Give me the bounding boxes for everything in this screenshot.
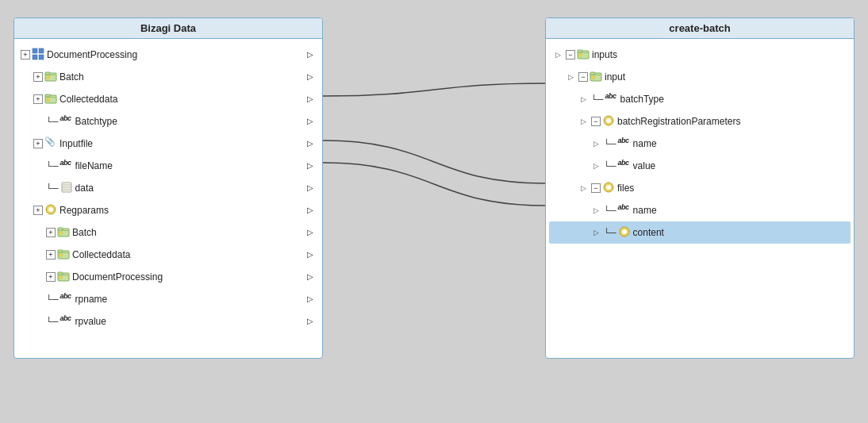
expand-icon[interactable]: + <box>46 250 56 260</box>
svg-rect-27 <box>58 272 63 275</box>
list-item[interactable]: └─ abc rpname ▷ <box>17 288 319 310</box>
item-label: Batch <box>72 227 305 238</box>
svg-rect-25 <box>60 254 62 256</box>
item-label: value <box>633 160 847 171</box>
expand-icon[interactable]: + <box>33 206 43 215</box>
left-panel-header: Bizagi Data <box>14 18 322 39</box>
tree-dashes: └─ <box>46 117 59 126</box>
row-arrow[interactable]: ▷ <box>305 228 316 236</box>
item-label: Inputfile <box>60 138 305 149</box>
left-arrow: ▷ <box>578 117 589 125</box>
svg-rect-6 <box>46 75 56 75</box>
list-item[interactable]: ▷ − input <box>549 66 851 88</box>
abc-icon: abc <box>618 203 631 216</box>
abc-icon: abc <box>618 159 631 171</box>
expand-icon[interactable]: − <box>578 72 588 82</box>
svg-point-41 <box>606 185 611 190</box>
list-item[interactable]: └─ abc Batchtype ▷ <box>17 110 319 133</box>
svg-rect-7 <box>47 76 49 79</box>
folder-icon <box>57 225 70 238</box>
row-arrow[interactable]: ▷ <box>305 183 316 192</box>
expand-icon[interactable]: − <box>591 117 601 126</box>
row-arrow[interactable]: ▷ <box>305 161 316 170</box>
item-label: batchType <box>620 94 847 105</box>
svg-point-43 <box>622 229 627 234</box>
circle-icon <box>602 181 615 194</box>
abc-icon: abc <box>60 114 73 127</box>
item-label: Collecteddata <box>72 249 305 260</box>
left-arrow: ▷ <box>565 73 576 81</box>
tree-dashes: └─ <box>46 294 59 304</box>
row-arrow[interactable]: ▷ <box>305 317 316 325</box>
svg-rect-20 <box>59 230 68 231</box>
item-label: DocumentProcessing <box>72 271 305 283</box>
right-panel-header: create-batch <box>546 18 854 39</box>
expand-icon[interactable]: + <box>46 228 56 237</box>
svg-rect-35 <box>590 72 595 75</box>
list-item[interactable]: ▷ └─ abc value <box>549 155 851 177</box>
list-item[interactable]: ▷ − inputs <box>549 44 851 66</box>
item-label: rpvalue <box>75 316 305 327</box>
row-arrow[interactable]: ▷ <box>305 294 316 303</box>
list-item[interactable]: + Batch ▷ <box>17 221 319 244</box>
expand-icon[interactable]: + <box>33 139 43 148</box>
list-item[interactable]: ▷ └─ abc name <box>549 133 851 155</box>
expand-icon[interactable]: + <box>21 50 30 60</box>
svg-rect-37 <box>592 76 594 79</box>
expand-icon[interactable]: + <box>46 272 56 282</box>
left-arrow: ▷ <box>590 229 601 236</box>
row-arrow[interactable]: ▷ <box>305 272 316 281</box>
list-item[interactable]: + DocumentProcessing ▷ <box>17 44 319 66</box>
tree-dashes: └─ <box>604 206 616 215</box>
list-item[interactable]: ▷ └─ abc batchType <box>549 88 851 110</box>
circle-icon <box>618 225 631 238</box>
row-arrow[interactable]: ▷ <box>305 72 316 81</box>
list-item[interactable]: ▷ └─ abc name <box>549 199 851 221</box>
list-item[interactable]: + Collecteddata ▷ <box>17 88 319 110</box>
svg-rect-10 <box>46 97 56 98</box>
row-arrow[interactable]: ▷ <box>305 206 316 214</box>
list-item[interactable]: └─ abc rpvalue ▷ <box>17 310 319 333</box>
list-item[interactable]: ▷ − files <box>549 177 851 199</box>
row-arrow[interactable]: ▷ <box>305 50 316 59</box>
item-label: inputs <box>592 49 847 60</box>
folder-icon <box>44 92 57 105</box>
row-arrow[interactable]: ▷ <box>305 94 316 103</box>
left-arrow: ▷ <box>590 140 601 148</box>
list-item[interactable]: ▷ └─ content <box>549 221 851 244</box>
left-arrow: ▷ <box>590 162 601 170</box>
list-item[interactable]: + Collecteddata ▷ <box>17 244 319 266</box>
row-arrow[interactable]: ▷ <box>305 139 316 148</box>
svg-rect-0 <box>33 48 37 53</box>
expand-icon[interactable]: − <box>566 50 575 60</box>
list-item[interactable]: + 📎 Inputfile ▷ <box>17 133 319 155</box>
svg-rect-36 <box>591 75 601 75</box>
expand-icon[interactable]: + <box>33 94 43 104</box>
list-item[interactable]: └─ data ▷ <box>17 177 319 199</box>
tree-dashes: └─ <box>46 183 59 193</box>
list-item[interactable]: + Regparams ▷ <box>17 199 319 221</box>
abc-icon: abc <box>60 314 73 327</box>
clip-icon: 📎 <box>44 137 57 149</box>
row-arrow[interactable]: ▷ <box>305 117 316 125</box>
grid-icon <box>32 48 44 60</box>
list-item[interactable]: └─ abc fileName ▷ <box>17 155 319 177</box>
item-label: name <box>633 138 847 149</box>
list-item[interactable]: + Batch ▷ <box>17 66 319 88</box>
svg-rect-24 <box>59 252 68 253</box>
expand-icon[interactable]: + <box>33 72 43 82</box>
list-item[interactable]: ▷ − batchRegistrationParameters <box>549 110 851 133</box>
svg-rect-19 <box>58 228 63 230</box>
list-item[interactable]: + DocumentProcessing ▷ <box>17 266 319 288</box>
folder-icon <box>57 270 70 283</box>
item-label: input <box>605 71 847 83</box>
expand-icon[interactable]: − <box>591 183 601 193</box>
left-arrow: ▷ <box>578 95 589 103</box>
row-arrow[interactable]: ▷ <box>305 250 316 259</box>
svg-rect-31 <box>578 50 582 52</box>
svg-rect-28 <box>59 275 68 275</box>
svg-rect-21 <box>60 232 62 234</box>
tree-dashes: └─ <box>604 139 616 148</box>
svg-rect-2 <box>33 55 37 60</box>
abc-icon: abc <box>60 159 73 171</box>
